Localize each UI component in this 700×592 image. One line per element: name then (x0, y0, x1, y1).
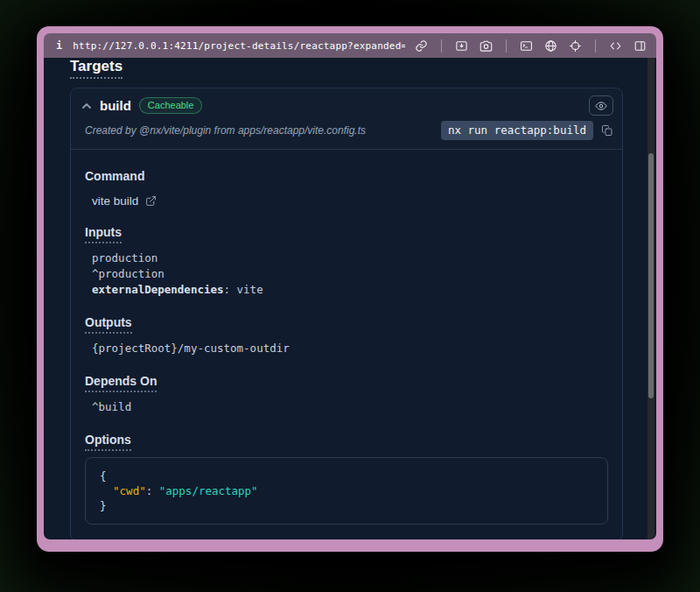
desktop-background: i http://127.0.0.1:4211/project-details/… (0, 0, 700, 592)
view-target-graph-button[interactable] (589, 95, 613, 116)
build-header-subrow: Created by @nx/vite/plugin from apps/rea… (71, 119, 622, 149)
url-text[interactable]: http://127.0.0.1:4211/project-details/re… (73, 40, 405, 52)
options-section-heading: Options (85, 433, 608, 447)
inputs-section-heading: Inputs (85, 225, 608, 239)
depends-on-item: ^build (92, 399, 608, 415)
output-item: {projectRoot}/my-custom-outdir (92, 341, 608, 356)
inputs-list: production ^production externalDependenc… (92, 250, 608, 298)
command-value-row: vite build (92, 194, 608, 208)
build-card-header: build Cacheable Created by @nx/vite/plug… (71, 88, 622, 150)
copy-command-button[interactable] (601, 124, 613, 137)
command-section-heading: Command (85, 169, 608, 183)
page-title: Targets (70, 58, 623, 76)
frame-download-icon[interactable] (454, 39, 469, 53)
toolbar-divider (506, 39, 507, 53)
run-command-chip: nx run reactapp:build (441, 121, 593, 140)
toolbar-divider (441, 39, 442, 53)
page-content: Targets build Cacheable (44, 58, 656, 539)
titlebar-toolbar (414, 39, 648, 53)
build-header-row[interactable]: build Cacheable (71, 88, 622, 119)
scrollbar[interactable] (648, 58, 654, 539)
scrollbar-thumb[interactable] (648, 153, 654, 398)
input-item: ^production (92, 266, 608, 282)
browser-window: i http://127.0.0.1:4211/project-details/… (37, 26, 663, 552)
browser-titlebar: i http://127.0.0.1:4211/project-details/… (44, 33, 656, 58)
sidebar-icon[interactable] (633, 39, 648, 53)
camera-icon[interactable] (479, 39, 494, 53)
chevron-up-icon (81, 101, 92, 111)
outputs-section-heading: Outputs (85, 315, 608, 329)
input-item: production (92, 250, 608, 266)
info-icon: i (56, 39, 62, 52)
command-value: vite build (92, 194, 138, 208)
created-by-text: Created by @nx/vite/plugin from apps/rea… (85, 124, 433, 137)
scroll-area: Targets build Cacheable (44, 58, 644, 539)
target-icon[interactable] (568, 39, 583, 53)
eye-icon (595, 100, 607, 112)
json-property-line: "cwd": "apps/reactapp" (100, 483, 593, 498)
depends-on-section-heading: Depends On (85, 374, 608, 388)
options-json-block: { "cwd": "apps/reactapp" } (85, 457, 608, 525)
code-icon[interactable] (608, 39, 623, 53)
external-link-icon[interactable] (145, 195, 157, 207)
target-name: build (100, 98, 131, 113)
input-item-named: externalDependencies: vite (92, 282, 608, 298)
json-open-brace: { (100, 469, 593, 483)
copy-icon (601, 124, 613, 137)
json-close-brace: } (100, 498, 593, 513)
toolbar-divider (595, 39, 596, 53)
cacheable-badge: Cacheable (139, 97, 203, 114)
target-card-build: build Cacheable Created by @nx/vite/plug… (70, 88, 623, 539)
link-icon[interactable] (414, 39, 429, 53)
terminal-icon[interactable] (519, 39, 534, 53)
globe-icon[interactable] (543, 39, 558, 53)
build-card-body: Command vite build Inputs produc (71, 150, 622, 539)
